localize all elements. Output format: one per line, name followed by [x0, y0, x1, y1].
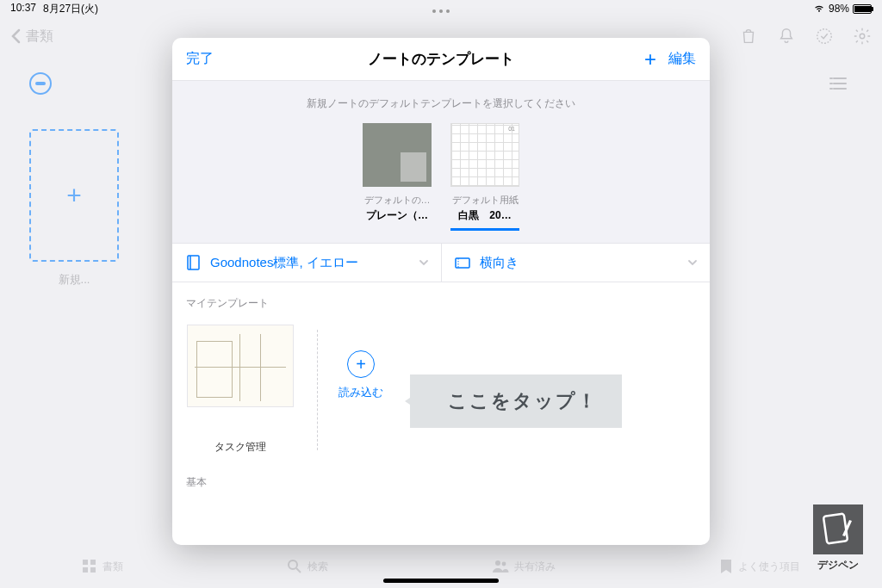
chevron-down-icon	[419, 259, 429, 266]
notebook-icon	[184, 254, 202, 271]
wifi-icon	[813, 4, 825, 13]
svg-point-8	[289, 560, 297, 569]
basic-label: 基本	[184, 461, 698, 497]
divider	[317, 330, 318, 450]
grid-icon	[82, 559, 97, 574]
modal-header: 完了 ノートのテンプレート + 編集	[172, 38, 710, 81]
paper-thumb	[450, 123, 519, 187]
edit-button[interactable]: 編集	[668, 50, 696, 68]
svg-point-0	[817, 29, 832, 44]
tab-label: 共有済み	[514, 560, 556, 574]
default-section: 新規ノートのデフォルトテンプレートを選択してください デフォルトの… プレーン（…	[172, 81, 710, 244]
chevron-left-icon	[10, 28, 21, 44]
battery-percent: 98%	[829, 3, 849, 15]
add-template-button[interactable]: +	[644, 47, 656, 71]
bell-icon[interactable]	[777, 27, 796, 46]
chevron-down-icon	[687, 259, 698, 266]
svg-point-9	[495, 560, 500, 566]
svg-point-1	[860, 34, 865, 39]
tab-shared[interactable]: 共有済み	[492, 560, 556, 574]
svg-rect-3	[456, 258, 469, 268]
multitask-dots[interactable]	[432, 9, 450, 13]
new-label: 新規...	[29, 272, 119, 288]
svg-rect-11	[823, 513, 848, 543]
watermark-label: デジペン	[817, 559, 859, 571]
orientation-icon	[454, 254, 471, 271]
plus-circle-icon: +	[347, 350, 375, 378]
default-paper-item[interactable]: デフォルト用紙 白黒 20…	[450, 123, 519, 231]
done-button[interactable]: 完了	[186, 50, 214, 68]
bookmark-icon	[719, 559, 733, 574]
template-modal: 完了 ノートのテンプレート + 編集 新規ノートのデフォルトテンプレートを選択し…	[172, 38, 710, 545]
bg-sidebar: + 新規...	[29, 72, 119, 288]
dt-label: デフォルト用紙	[450, 194, 519, 207]
svg-point-10	[502, 562, 506, 566]
import-button[interactable]: + 読み込む	[339, 350, 383, 400]
dt-label: デフォルトの…	[363, 194, 432, 207]
svg-rect-5	[90, 560, 96, 565]
cover-value: Goodnotes標準, イエロー	[210, 255, 358, 271]
home-indicator[interactable]	[383, 579, 499, 583]
tab-label: よく使う項目	[738, 560, 800, 574]
template-item[interactable]: タスク管理	[184, 325, 296, 455]
orientation-selector[interactable]: 横向き	[442, 244, 711, 282]
status-bar: 10:37 8月27日(火) 98%	[0, 0, 882, 17]
watermark: デジペン	[813, 504, 863, 573]
template-thumb	[187, 325, 294, 407]
dt-value: 白黒 20…	[450, 208, 519, 223]
modal-title: ノートのテンプレート	[368, 49, 514, 69]
selector-row: Goodnotes標準, イエロー 横向き	[172, 244, 710, 282]
checkmark-circle-icon[interactable]	[815, 27, 834, 46]
cover-selector[interactable]: Goodnotes標準, イエロー	[172, 244, 442, 282]
svg-rect-4	[83, 560, 88, 565]
dt-value: プレーン（…	[363, 208, 432, 223]
tab-favorites[interactable]: よく使う項目	[719, 559, 800, 574]
tab-label: 検索	[307, 560, 328, 574]
template-name: タスク管理	[184, 440, 296, 455]
battery-icon	[853, 4, 872, 14]
gear-icon[interactable]	[853, 27, 872, 46]
tab-documents[interactable]: 書類	[82, 559, 123, 574]
bag-icon[interactable]	[739, 27, 758, 46]
callout-annotation: ここをタップ！	[410, 374, 622, 428]
list-view-icon[interactable]	[829, 76, 848, 95]
svg-rect-2	[188, 256, 199, 269]
tab-label: 書類	[102, 560, 123, 574]
new-note-button[interactable]: +	[29, 129, 119, 262]
select-icon[interactable]	[29, 72, 52, 95]
people-icon	[492, 560, 509, 573]
status-time: 10:37	[10, 2, 36, 16]
watermark-icon	[813, 504, 863, 554]
svg-rect-7	[90, 567, 96, 573]
back-label: 書類	[26, 28, 53, 46]
svg-rect-6	[83, 567, 88, 573]
search-icon	[287, 559, 302, 574]
my-templates-label: マイテンプレート	[184, 282, 698, 318]
tab-search[interactable]: 検索	[287, 559, 328, 574]
default-hint: 新規ノートのデフォルトテンプレートを選択してください	[172, 96, 710, 111]
import-label: 読み込む	[339, 385, 383, 400]
default-cover-item[interactable]: デフォルトの… プレーン（…	[363, 123, 432, 231]
orientation-value: 横向き	[480, 255, 519, 271]
cover-thumb	[363, 123, 432, 187]
back-button[interactable]: 書類	[10, 28, 53, 46]
status-date: 8月27日(火)	[43, 2, 98, 16]
